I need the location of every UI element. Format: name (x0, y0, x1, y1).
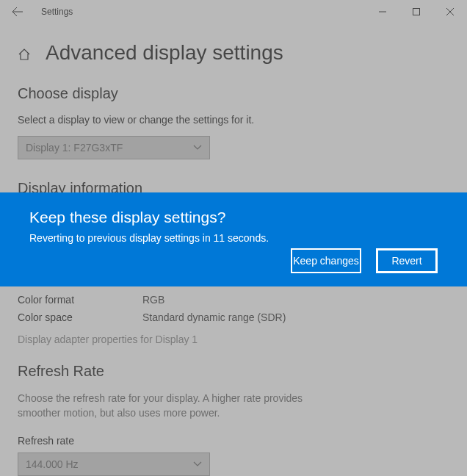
dialog-title: Keep these display settings? (29, 209, 438, 226)
dialog-message: Reverting to previous display settings i… (29, 232, 438, 244)
keep-changes-button[interactable]: Keep changes (291, 248, 361, 273)
revert-button[interactable]: Revert (376, 248, 438, 273)
settings-window: Settings Advanced display settings Choos… (0, 0, 467, 476)
dialog-buttons: Keep changes Revert (291, 248, 438, 273)
keep-settings-dialog: Keep these display settings? Reverting t… (0, 192, 467, 286)
